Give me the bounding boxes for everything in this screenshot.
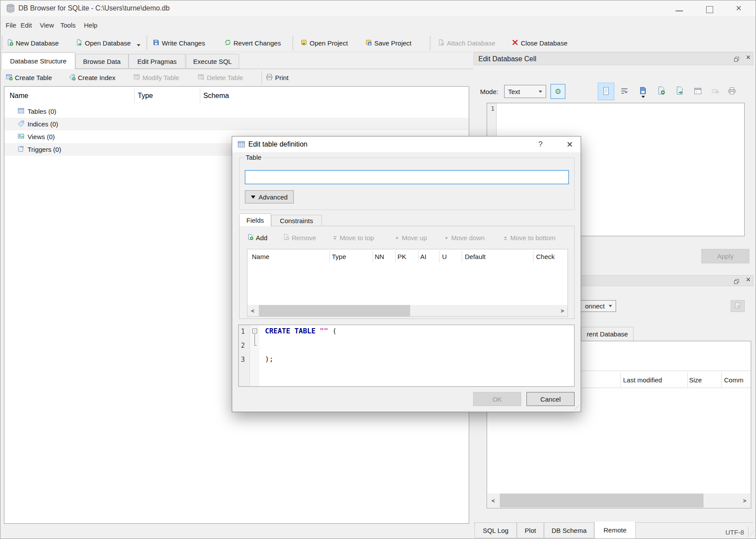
remove-field-button[interactable]: Remove [283, 231, 316, 244]
dialog-titlebar[interactable]: Edit table definition ? × [232, 136, 581, 152]
scroll-left-icon[interactable]: < [247, 305, 258, 316]
dialog-help-button[interactable]: ? [534, 136, 547, 152]
scroll-right-icon[interactable]: > [739, 494, 750, 508]
open-in-editor-icon[interactable] [639, 86, 647, 96]
push-database-button[interactable] [731, 300, 745, 312]
menu-view[interactable]: View [37, 16, 56, 34]
column-pk[interactable]: PK [397, 249, 406, 264]
new-database-button[interactable]: New Database [7, 34, 59, 52]
set-null-icon[interactable] [711, 88, 719, 95]
fields-header-divider[interactable] [395, 251, 396, 262]
open-database-dropdown-icon[interactable] [137, 44, 140, 46]
open-database-button[interactable]: Open Database [76, 34, 131, 52]
remote-header-divider[interactable] [687, 372, 688, 387]
attach-database-button[interactable]: Attach Database [438, 34, 495, 52]
minimize-icon[interactable] [676, 10, 683, 11]
add-field-button[interactable]: Add [247, 231, 268, 244]
create-table-button[interactable]: Create Table [6, 69, 52, 86]
fields-header-divider[interactable] [439, 251, 439, 262]
fields-header-divider[interactable] [373, 251, 373, 262]
tab-edit-pragmas[interactable]: Edit Pragmas [129, 54, 185, 69]
dialog-close-icon[interactable]: × [562, 136, 577, 152]
tree-row-indices[interactable]: Indices (0) [4, 118, 469, 130]
chevron-down-icon[interactable] [641, 96, 645, 98]
column-u[interactable]: U [442, 249, 447, 264]
menu-file[interactable]: File [3, 16, 19, 34]
resize-grip-icon[interactable]: ⋰ [750, 530, 754, 536]
remote-header-divider[interactable] [620, 372, 621, 387]
import-icon[interactable] [657, 86, 665, 96]
move-up-button[interactable]: Move up [395, 231, 427, 244]
remote-hscrollbar[interactable]: < > [488, 494, 750, 508]
create-index-button[interactable]: Create Index [69, 69, 115, 86]
dialog-resize-grip-icon[interactable]: ⋰ [575, 405, 579, 410]
float-panel-icon[interactable] [734, 56, 739, 63]
column-comment[interactable]: Comm [724, 371, 743, 388]
fold-collapse-icon[interactable]: − [252, 329, 257, 333]
tree-column-schema[interactable]: Schema [203, 87, 229, 105]
fields-hscrollbar[interactable]: < > [247, 305, 568, 316]
mode-select[interactable]: Text [504, 85, 546, 98]
maximize-icon[interactable] [706, 6, 713, 13]
modify-table-button[interactable]: Modify Table [133, 69, 179, 86]
scrollbar-thumb[interactable] [259, 305, 410, 316]
float-panel-icon[interactable] [734, 278, 739, 286]
tree-column-name[interactable]: Name [10, 87, 28, 105]
revert-changes-button[interactable]: Revert Changes [224, 34, 281, 52]
export-icon[interactable] [676, 86, 684, 96]
tab-database-structure[interactable]: Database Structure [1, 52, 75, 69]
menu-help[interactable]: Help [81, 16, 100, 34]
column-type[interactable]: Type [332, 249, 346, 264]
encoding-indicator[interactable]: UTF-8 [725, 525, 744, 539]
advanced-button[interactable]: Advanced [245, 190, 294, 203]
fields-header-divider[interactable] [418, 251, 418, 262]
apply-button[interactable]: Apply [701, 249, 749, 263]
delete-table-button[interactable]: Delete Table [198, 69, 243, 86]
tab-browse-data[interactable]: Browse Data [75, 54, 129, 69]
tab-execute-sql[interactable]: Execute SQL [186, 54, 239, 69]
column-nn[interactable]: NN [375, 249, 384, 264]
move-down-button[interactable]: Move down [444, 231, 485, 244]
tree-column-type[interactable]: Type [138, 87, 153, 105]
tree-header-divider[interactable] [134, 88, 135, 103]
fields-header-divider[interactable] [329, 251, 330, 262]
move-to-bottom-button[interactable]: Move to bottom [503, 231, 555, 244]
close-panel-icon[interactable]: × [746, 275, 751, 284]
ok-button[interactable]: OK [473, 392, 521, 406]
word-wrap-icon[interactable] [620, 87, 628, 96]
toolbar-grip[interactable] [2, 36, 3, 50]
tree-row-tables[interactable]: Tables (0) [4, 105, 469, 118]
close-database-button[interactable]: Close Database [512, 34, 568, 52]
close-icon[interactable]: × [736, 3, 742, 14]
column-name[interactable]: Name [252, 249, 269, 264]
fields-header-divider[interactable] [462, 251, 462, 262]
save-project-button[interactable]: Save Project [365, 34, 411, 52]
sql-preview-editor[interactable]: 1 2 3 − CREATE TABLE "" ( ); [238, 325, 575, 387]
move-to-top-button[interactable]: Move to top [333, 231, 374, 244]
column-check[interactable]: Check [536, 249, 555, 264]
column-last-modified[interactable]: Last modified [623, 371, 662, 388]
table-name-input[interactable] [245, 170, 569, 184]
tab-remote[interactable]: Remote [594, 522, 636, 539]
print-button[interactable]: Print [266, 69, 289, 86]
close-panel-icon[interactable]: × [746, 53, 751, 62]
tree-header-divider[interactable] [200, 88, 200, 103]
cancel-button[interactable]: Cancel [526, 392, 575, 406]
remote-header-divider[interactable] [721, 372, 722, 387]
write-changes-button[interactable]: Write Changes [153, 34, 205, 52]
image-view-icon[interactable] [694, 87, 702, 96]
text-mode-button[interactable] [598, 83, 614, 100]
scrollbar-thumb[interactable] [500, 494, 704, 508]
column-default[interactable]: Default [465, 249, 486, 264]
column-size[interactable]: Size [689, 371, 702, 388]
tab-current-database[interactable]: rent Database [581, 327, 634, 341]
menu-tools[interactable]: Tools [58, 16, 78, 34]
scroll-left-icon[interactable]: < [488, 494, 499, 508]
fields-header-divider[interactable] [533, 251, 533, 262]
print-cell-icon[interactable] [728, 87, 736, 96]
open-project-button[interactable]: Open Project [300, 34, 348, 52]
scroll-right-icon[interactable]: > [557, 305, 568, 316]
tab-constraints[interactable]: Constraints [271, 215, 322, 226]
auto-apply-button[interactable]: ⚙ [550, 84, 565, 99]
tab-fields[interactable]: Fields [239, 214, 271, 226]
